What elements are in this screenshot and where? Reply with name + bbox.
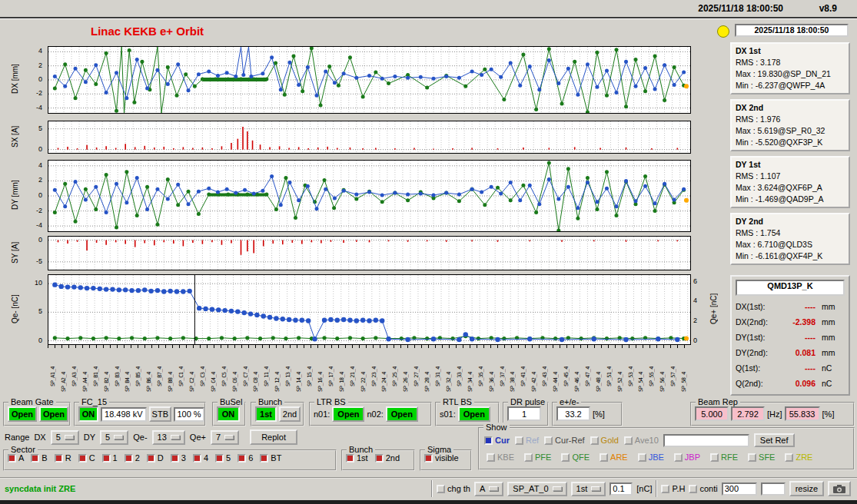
aux-input[interactable] <box>761 482 786 496</box>
checkbox-box[interactable] <box>31 454 39 463</box>
checkbox-b[interactable]: B <box>31 453 47 463</box>
range-qe-plus-select[interactable]: 7 <box>211 430 239 445</box>
checkbox-5[interactable]: 5 <box>215 453 231 463</box>
checkbox-box[interactable] <box>375 454 384 463</box>
snapshot-button[interactable] <box>828 481 851 496</box>
checkbox-bt[interactable]: BT <box>260 453 281 463</box>
ltr-n02-open-button[interactable]: Open <box>386 406 418 422</box>
fc15-on-button[interactable]: ON <box>78 406 98 422</box>
checkbox-pfe[interactable]: PFE <box>524 453 551 462</box>
checkbox-box[interactable] <box>638 453 646 462</box>
ratio-field[interactable]: 33.2 <box>556 406 590 421</box>
ltr-n01-open-button[interactable]: Open <box>332 406 364 422</box>
rtl-s01-open-button[interactable]: Open <box>458 406 490 422</box>
checkbox-box[interactable] <box>674 453 683 462</box>
beam-gate-open-2-button[interactable]: Open <box>39 406 68 422</box>
checkbox-qfe[interactable]: QFE <box>561 453 590 462</box>
beam-gate-open-1-button[interactable]: Open <box>8 406 37 422</box>
threshold-input[interactable] <box>610 482 633 496</box>
checkbox-box[interactable] <box>171 454 179 463</box>
plot-charge[interactable] <box>48 274 691 345</box>
checkbox-box[interactable] <box>748 453 756 462</box>
checkbox-box[interactable] <box>624 436 633 445</box>
checkbox-box[interactable] <box>424 454 433 463</box>
bunch-1st-button[interactable]: 1st <box>255 406 277 422</box>
checkbox-are[interactable]: ARE <box>600 453 628 462</box>
checkbox-box[interactable] <box>561 453 570 462</box>
checkbox-box[interactable] <box>590 436 599 445</box>
checkbox-box[interactable] <box>710 453 719 462</box>
checkbox-d[interactable]: D <box>147 453 164 463</box>
checkbox-box[interactable] <box>524 453 533 462</box>
checkbox-ave10[interactable]: Ave10 <box>624 436 659 445</box>
checkbox-zre[interactable]: ZRE <box>785 453 812 462</box>
checkbox-2[interactable]: 2 <box>125 453 140 463</box>
checkbox-box[interactable] <box>437 485 445 493</box>
range-dy-select[interactable]: 5 <box>100 430 128 445</box>
checkbox-box[interactable] <box>125 454 133 463</box>
ref-name-input[interactable] <box>663 434 749 447</box>
checkbox-box[interactable] <box>102 454 111 463</box>
checkbox-c[interactable]: C <box>78 453 95 463</box>
x-axis-ticks <box>48 345 689 348</box>
checkbox-1st[interactable]: 1st <box>346 453 368 463</box>
checkbox-rfe[interactable]: RFE <box>710 453 738 462</box>
checkbox-box[interactable] <box>544 436 553 445</box>
checkbox-cur[interactable]: Cur <box>484 436 510 445</box>
conti-checkbox[interactable]: conti <box>689 484 717 493</box>
checkbox-box[interactable] <box>260 454 268 463</box>
checkbox-box[interactable] <box>484 436 493 445</box>
checkbox-gold[interactable]: Gold <box>590 436 619 445</box>
checkbox-box[interactable] <box>215 454 224 463</box>
set-ref-button[interactable]: Set Ref <box>754 433 795 447</box>
qmd-title[interactable]: QMD13P_K <box>736 280 845 296</box>
checkbox-2nd[interactable]: 2nd <box>375 453 400 463</box>
checkbox-box[interactable] <box>785 453 793 462</box>
checkbox-sfe[interactable]: SFE <box>748 453 775 462</box>
checkbox-box[interactable] <box>78 454 87 463</box>
checkbox-3[interactable]: 3 <box>171 453 186 463</box>
fc15-percent-field[interactable]: 100 % <box>174 407 204 422</box>
fc15-stb-button[interactable]: STB <box>149 406 171 422</box>
checkbox-box[interactable] <box>8 454 16 463</box>
checkbox-box[interactable] <box>689 485 697 493</box>
checkbox-r[interactable]: R <box>55 453 71 463</box>
checkbox-box[interactable] <box>147 454 155 463</box>
dr-pulse-field[interactable]: 1 <box>507 406 541 421</box>
checkbox-box[interactable] <box>238 454 246 463</box>
ph-checkbox[interactable]: P.H <box>661 484 685 493</box>
rate-input[interactable] <box>722 482 757 496</box>
bunch-th-select[interactable]: 1st <box>571 482 606 496</box>
sp-at-select[interactable]: SP_AT_0 <box>507 482 566 496</box>
busel-on-button[interactable]: ON <box>217 406 240 422</box>
plot-dx[interactable] <box>48 46 691 114</box>
fc15-kv-field[interactable]: 18.498 kV <box>101 407 147 422</box>
range-dx-select[interactable]: 5 <box>51 430 79 445</box>
sector-select[interactable]: A <box>474 482 503 496</box>
checkbox-kbe[interactable]: KBE <box>487 453 514 462</box>
range-qe-minus-select[interactable]: 13 <box>152 430 185 445</box>
checkbox-ref[interactable]: Ref <box>515 436 539 445</box>
checkbox-box[interactable] <box>346 454 354 463</box>
checkbox-cur-ref[interactable]: Cur-Ref <box>544 436 585 445</box>
checkbox-box[interactable] <box>487 453 495 462</box>
bunch-2nd-button[interactable]: 2nd <box>279 406 301 422</box>
checkbox-1[interactable]: 1 <box>102 453 118 463</box>
checkbox-box[interactable] <box>193 454 201 463</box>
plot-sy[interactable] <box>48 236 691 270</box>
plot-dy[interactable] <box>48 160 691 232</box>
checkbox-box[interactable] <box>661 485 669 493</box>
checkbox-4[interactable]: 4 <box>193 453 208 463</box>
checkbox-visible[interactable]: visible <box>424 453 459 463</box>
checkbox-6[interactable]: 6 <box>238 453 253 463</box>
checkbox-box[interactable] <box>515 436 523 445</box>
chg-th-checkbox[interactable]: chg th <box>437 484 470 493</box>
checkbox-jbe[interactable]: JBE <box>638 453 664 462</box>
checkbox-box[interactable] <box>55 454 63 463</box>
checkbox-a[interactable]: A <box>8 453 24 463</box>
replot-button[interactable]: Replot <box>250 429 297 445</box>
checkbox-jbp[interactable]: JBP <box>674 453 700 462</box>
plot-sx[interactable] <box>48 121 691 154</box>
checkbox-box[interactable] <box>600 453 608 462</box>
resize-button[interactable]: resize <box>789 481 824 496</box>
